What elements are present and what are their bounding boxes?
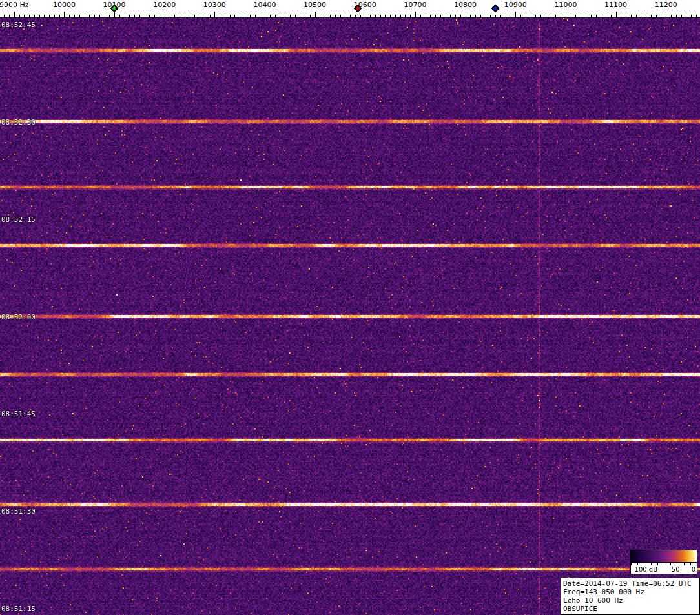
freq-minor-tick (210, 15, 211, 17)
freq-minor-tick (194, 15, 195, 17)
time-tick-label: 08:51:15 (1, 604, 36, 612)
freq-minor-tick (385, 15, 386, 17)
freq-minor-tick (345, 15, 345, 17)
info-echo-frequency: Echo=10 600 Hz (563, 596, 697, 605)
freq-minor-tick (450, 15, 451, 17)
legend-mid-label: -50 (669, 566, 679, 573)
freq-minor-tick (696, 15, 697, 17)
observation-info-box: Date=2014-07-19 Time=06:52 UTC Freq=143 … (561, 578, 700, 615)
freq-major-tick (64, 12, 65, 17)
freq-minor-tick (39, 15, 40, 17)
info-date-time: Date=2014-07-19 Time=06:52 UTC (563, 580, 697, 588)
freq-major-tick (265, 12, 265, 17)
freq-minor-tick (180, 15, 180, 17)
freq-minor-tick (19, 15, 20, 17)
freq-major-tick (165, 12, 165, 17)
freq-minor-tick (500, 15, 501, 17)
freq-minor-tick (446, 15, 446, 17)
freq-tick-label: 10400 (254, 1, 276, 9)
freq-minor-tick (490, 15, 491, 17)
freq-minor-tick (676, 15, 677, 17)
freq-minor-tick (601, 15, 601, 17)
freq-minor-tick (74, 15, 75, 17)
freq-minor-tick (149, 15, 150, 17)
freq-minor-tick (270, 15, 271, 17)
freq-minor-tick (230, 15, 231, 17)
freq-minor-tick (526, 15, 526, 17)
freq-minor-tick (190, 15, 190, 17)
freq-minor-tick (300, 15, 300, 17)
freq-tick-label: 10500 (304, 1, 326, 9)
freq-minor-tick (125, 15, 125, 17)
freq-minor-tick (225, 15, 225, 17)
color-scale-labels: -100 dB -50 0 (630, 565, 697, 574)
legend-max-label: 0 (692, 566, 695, 573)
color-scale-gradient (630, 550, 697, 563)
info-station-name: OBSUPICE (563, 605, 697, 613)
time-tick-label: 08:51:30 (1, 507, 36, 516)
freq-minor-tick (109, 15, 110, 17)
freq-minor-tick (99, 15, 100, 17)
freq-minor-tick (606, 15, 606, 17)
freq-minor-tick (571, 15, 571, 17)
freq-minor-tick (290, 15, 291, 17)
freq-minor-tick (275, 15, 276, 17)
freq-major-tick (365, 12, 365, 17)
freq-minor-tick (185, 15, 185, 17)
freq-minor-tick (546, 15, 546, 17)
freq-minor-tick (260, 15, 260, 17)
freq-minor-tick (641, 15, 641, 17)
freq-minor-tick (285, 15, 285, 17)
freq-minor-tick (555, 15, 556, 17)
freq-minor-tick (255, 15, 256, 17)
freq-minor-tick (240, 15, 240, 17)
freq-minor-tick (435, 15, 436, 17)
freq-minor-tick (250, 15, 251, 17)
freq-minor-tick (651, 15, 652, 17)
freq-minor-tick (69, 15, 70, 17)
freq-minor-tick (520, 15, 521, 17)
freq-minor-tick (325, 15, 325, 17)
freq-minor-tick (611, 15, 612, 17)
freq-minor-tick (475, 15, 476, 17)
freq-minor-tick (370, 15, 371, 17)
freq-minor-tick (170, 15, 170, 17)
time-tick-label: 08:52:15 (1, 215, 36, 223)
freq-minor-tick (591, 15, 592, 17)
legend-min-label: -100 dB (632, 566, 657, 573)
freq-minor-tick (470, 15, 471, 17)
freq-minor-tick (535, 15, 536, 17)
freq-minor-tick (405, 15, 406, 17)
freq-minor-tick (440, 15, 441, 17)
freq-minor-tick (335, 15, 336, 17)
freq-major-tick (515, 12, 516, 17)
freq-tick-label: 10800 (454, 1, 477, 9)
freq-minor-tick (561, 15, 561, 17)
freq-minor-tick (29, 15, 30, 17)
freq-tick-label: 11000 (554, 1, 577, 9)
freq-minor-tick (89, 15, 90, 17)
freq-major-tick (415, 12, 416, 17)
freq-tick-label: 10700 (404, 1, 426, 9)
freq-minor-tick (305, 15, 305, 17)
freq-minor-tick (400, 15, 401, 17)
freq-minor-tick (280, 15, 280, 17)
freq-minor-tick (646, 15, 646, 17)
freq-minor-tick (375, 15, 376, 17)
freq-minor-tick (511, 15, 511, 17)
blue-frequency-marker[interactable] (491, 5, 500, 13)
freq-minor-tick (506, 15, 506, 17)
freq-minor-tick (34, 15, 35, 17)
freq-minor-tick (455, 15, 456, 17)
freq-tick-label: 9900 Hz (0, 1, 28, 9)
freq-minor-tick (460, 15, 461, 17)
freq-tick-label: 11100 (604, 1, 627, 9)
freq-minor-tick (49, 15, 50, 17)
color-scale-legend: -100 dB -50 0 (630, 550, 697, 574)
freq-minor-tick (596, 15, 597, 17)
freq-minor-tick (9, 15, 10, 17)
freq-minor-tick (626, 15, 626, 17)
freq-minor-tick (355, 15, 356, 17)
freq-minor-tick (160, 15, 160, 17)
freq-minor-tick (631, 15, 632, 17)
